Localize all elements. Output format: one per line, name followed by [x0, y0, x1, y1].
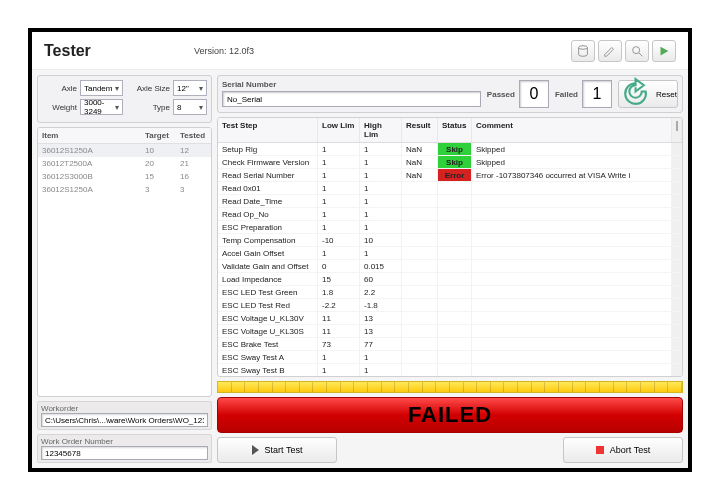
item-row[interactable]: 36012S1250A33: [38, 183, 211, 196]
config-panel: Axle Tandem▾ Axle Size 12"▾ Weight 3000-…: [37, 75, 212, 123]
axle-select[interactable]: Tandem▾: [80, 80, 123, 96]
test-row[interactable]: Accel Gain Offset11: [218, 247, 682, 260]
failed-count: 1: [582, 80, 612, 108]
passed-count: 0: [519, 80, 549, 108]
tool-search-icon[interactable]: [625, 40, 649, 62]
test-row[interactable]: ESC Voltage U_KL30S1113: [218, 325, 682, 338]
version-label: Version: 12.0f3: [194, 46, 254, 56]
test-row[interactable]: Read Op_No11: [218, 208, 682, 221]
test-row[interactable]: ESC Sway Test B11: [218, 364, 682, 376]
app-window: Tester Version: 12.0f3 Axle Tandem▾ Axle…: [28, 28, 692, 472]
svg-line-2: [639, 52, 643, 56]
chevron-down-icon: ▾: [199, 84, 203, 93]
wonumber-block: Work Order Number: [37, 434, 212, 463]
chevron-down-icon: ▾: [115, 84, 119, 93]
test-row[interactable]: ESC LED Test Red-2.2-1.8: [218, 299, 682, 312]
start-test-button[interactable]: Start Test: [217, 437, 337, 463]
workorder-block: Workorder: [37, 401, 212, 430]
scrollbar[interactable]: [672, 118, 682, 142]
abort-test-button[interactable]: Abort Test: [563, 437, 683, 463]
test-row[interactable]: Validate Gain and Offset00.015: [218, 260, 682, 273]
test-row[interactable]: Read 0x0111: [218, 182, 682, 195]
test-row[interactable]: Check Firmware Version11NaNSkipSkipped: [218, 156, 682, 169]
tool-play-icon[interactable]: [652, 40, 676, 62]
test-row[interactable]: ESC Sway Test A11: [218, 351, 682, 364]
item-row[interactable]: 36012S3000B1516: [38, 170, 211, 183]
axlesize-label: Axle Size: [126, 84, 170, 93]
test-row[interactable]: Read Date_Time11: [218, 195, 682, 208]
serial-input[interactable]: [222, 91, 481, 107]
svg-point-0: [579, 45, 588, 49]
play-icon: [252, 445, 259, 455]
test-row[interactable]: Temp Compensation-1010: [218, 234, 682, 247]
chevron-down-icon: ▾: [115, 103, 119, 112]
type-select[interactable]: 8▾: [173, 99, 207, 115]
wonumber-input[interactable]: [41, 446, 208, 460]
test-row[interactable]: ESC LED Test Green1.82.2: [218, 286, 682, 299]
progress-bar: [217, 381, 683, 393]
tool-edit-icon[interactable]: [598, 40, 622, 62]
item-row[interactable]: 36012T2500A2021: [38, 157, 211, 170]
axle-label: Axle: [42, 84, 77, 93]
test-row[interactable]: Read Serial Number11NaNErrorError -10738…: [218, 169, 682, 182]
workorder-input[interactable]: [41, 413, 208, 427]
stop-icon: [596, 446, 604, 454]
weight-label: Weight: [42, 103, 77, 112]
app-title: Tester: [44, 42, 194, 60]
item-row[interactable]: 36012S1250A1012: [38, 144, 211, 157]
axlesize-select[interactable]: 12"▾: [173, 80, 207, 96]
topband: Serial Number Passed 0 Failed 1 Reset: [217, 75, 683, 113]
tool-db-icon[interactable]: [571, 40, 595, 62]
test-row[interactable]: Setup Rig11NaNSkipSkipped: [218, 143, 682, 156]
test-grid: Test Step Low Lim High Lim Result Status…: [217, 117, 683, 377]
item-grid-header: Item Target Tested: [38, 128, 211, 144]
test-row[interactable]: ESC Voltage U_KL30V1113: [218, 312, 682, 325]
item-grid: Item Target Tested 36012S1250A101236012T…: [37, 127, 212, 397]
weight-select[interactable]: 3000-3249▾: [80, 99, 123, 115]
refresh-icon: [619, 77, 652, 110]
header: Tester Version: 12.0f3: [32, 32, 688, 70]
reset-button[interactable]: Reset: [618, 80, 678, 108]
test-row[interactable]: Load Impedance1560: [218, 273, 682, 286]
chevron-down-icon: ▾: [199, 103, 203, 112]
type-label: Type: [126, 103, 170, 112]
svg-point-1: [633, 46, 640, 53]
test-row[interactable]: ESC Brake Test7377: [218, 338, 682, 351]
test-grid-header: Test Step Low Lim High Lim Result Status…: [218, 118, 682, 143]
result-banner: FAILED: [217, 397, 683, 433]
test-row[interactable]: ESC Preparation11: [218, 221, 682, 234]
